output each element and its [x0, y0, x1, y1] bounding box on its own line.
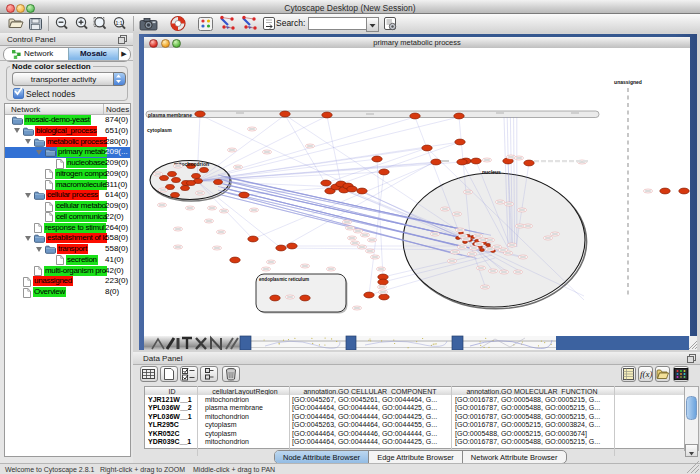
svg-text:Search:: Search: — [276, 18, 305, 28]
svg-text:1:1: 1:1 — [116, 20, 123, 26]
svg-text:unassigned: unassigned — [614, 79, 642, 85]
svg-text:endoplasmic reticulum: endoplasmic reticulum — [259, 277, 309, 282]
svg-text:plasma membrane: plasma membrane — [148, 112, 192, 118]
svg-text:cytoplasm: cytoplasm — [147, 127, 172, 133]
svg-text:nucleus: nucleus — [482, 169, 501, 175]
svg-text:f(x): f(x) — [640, 369, 652, 379]
